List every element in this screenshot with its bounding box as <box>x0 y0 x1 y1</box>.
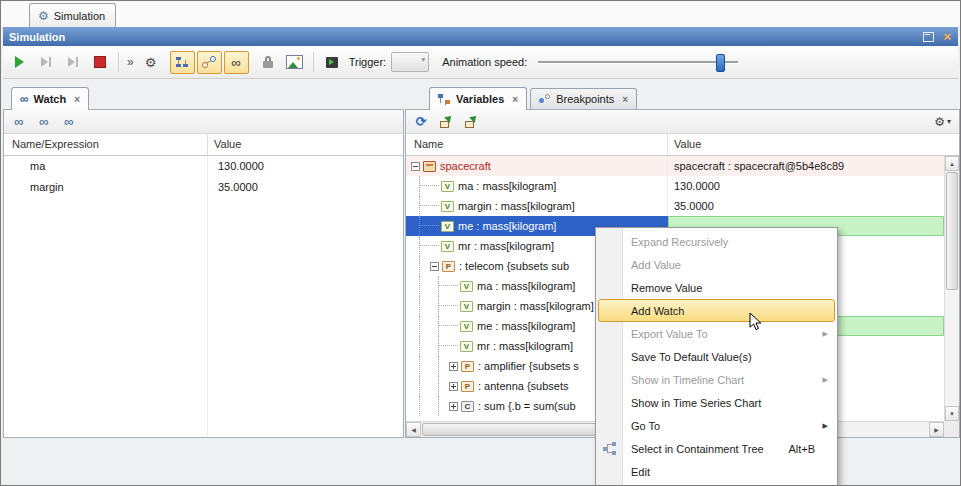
menu-item-expand-recursively[interactable]: Expand Recursively <box>598 230 835 253</box>
watch-add-value-button[interactable]: ∞ <box>33 112 55 132</box>
tab-watch[interactable]: ∞ Watch × <box>11 87 89 110</box>
slider-track <box>538 61 738 63</box>
tree-guide <box>410 256 429 276</box>
slider-handle[interactable] <box>716 54 725 72</box>
export-image-button[interactable] <box>283 50 307 74</box>
float-window-icon[interactable] <box>923 32 934 42</box>
watch-row-name: ma <box>4 156 208 177</box>
tree-guide <box>410 196 429 216</box>
variables-settings-button[interactable]: ⚙ ▾ <box>934 116 951 128</box>
gear-icon: ⚙ <box>145 56 157 69</box>
variables-column-name: Name <box>406 134 668 155</box>
scroll-up-icon[interactable]: ▲ <box>945 156 959 171</box>
stop-button[interactable] <box>88 50 112 74</box>
trigger-select[interactable]: ▾ <box>391 52 429 72</box>
simulation-options-button[interactable]: ⚙ <box>139 50 163 74</box>
export-value-button-1[interactable] <box>435 112 457 132</box>
constraint-icon: C <box>461 401 474 412</box>
scroll-down-icon[interactable]: ▼ <box>945 406 959 421</box>
menu-item-go-to[interactable]: Go To▶ <box>598 414 835 437</box>
watch-row[interactable]: ma130.0000 <box>4 156 403 177</box>
watch-tab-close-icon[interactable]: × <box>74 94 80 105</box>
collapse-icon[interactable] <box>411 162 420 171</box>
menu-item-show-in-timeline-chart[interactable]: Show in Timeline Chart▶ <box>598 368 835 391</box>
lock-button[interactable] <box>256 50 280 74</box>
submenu-arrow-icon: ▶ <box>823 376 828 384</box>
toolbar-overflow-chevron[interactable]: » <box>125 55 136 69</box>
value-icon: V <box>441 201 454 212</box>
expand-icon[interactable] <box>449 382 458 391</box>
tree-guide <box>410 236 429 256</box>
collapse-icon[interactable] <box>430 262 439 271</box>
variables-tab-close-icon[interactable]: × <box>512 94 518 105</box>
watch-remove-button[interactable]: ∞ <box>58 112 80 132</box>
menu-item-remove-value[interactable]: Remove Value <box>598 276 835 299</box>
tree-connector <box>448 316 460 336</box>
close-window-icon[interactable]: × <box>943 30 951 43</box>
tree-guide <box>429 396 448 416</box>
part-icon: P <box>461 361 474 372</box>
expand-icon[interactable] <box>449 402 458 411</box>
value-icon: V <box>460 281 473 292</box>
context-menu: Expand RecursivelyAdd ValueRemove ValueA… <box>595 227 838 486</box>
trigger-button[interactable] <box>320 50 344 74</box>
tree-row-name: spacecraft <box>406 156 668 176</box>
tree-guide <box>410 216 429 236</box>
scroll-left-icon[interactable]: ◀ <box>406 422 421 437</box>
graph-view-toggle[interactable] <box>197 51 222 74</box>
watch-row-name: margin <box>4 177 208 198</box>
trigger-icon <box>326 57 338 68</box>
play-button[interactable] <box>7 50 31 74</box>
vertical-scrollbar[interactable]: ▲ ▼ <box>944 156 959 421</box>
breakpoints-tab-close-icon[interactable]: × <box>622 94 628 105</box>
tree-row[interactable]: Vma : mass[kilogram]130.0000 <box>406 176 944 196</box>
menu-item-add-value[interactable]: Add Value <box>598 253 835 276</box>
submenu-arrow-icon: ▶ <box>823 330 828 338</box>
variables-table-header: Name Value <box>406 134 959 156</box>
tree-guide <box>410 396 429 416</box>
watch-add-expression-button[interactable]: ∞ <box>8 112 30 132</box>
menu-item-label: Remove Value <box>631 282 702 294</box>
tree-connector <box>448 296 460 316</box>
menu-item-select-in-containment-tree[interactable]: Select in Containment TreeAlt+B <box>598 437 835 460</box>
scroll-right-icon[interactable]: ▶ <box>929 422 944 437</box>
app-tab-strip: ⚙ Simulation <box>1 1 960 27</box>
hierarchy-icon <box>175 56 189 68</box>
tree-guide <box>429 356 448 376</box>
tree-connector <box>448 336 460 356</box>
tab-breakpoints[interactable]: Breakpoints × <box>530 88 637 109</box>
tree-guide <box>410 376 429 396</box>
refresh-button[interactable]: ⟳ <box>410 112 432 132</box>
watch-row-value: 35.0000 <box>208 177 403 198</box>
simulation-gear-icon: ⚙ <box>38 10 49 22</box>
menu-item-label: Show in Time Series Chart <box>631 397 761 409</box>
menu-item-export-value-to[interactable]: Export Value To▶ <box>598 322 835 345</box>
toolbar-separator <box>313 52 314 72</box>
tree-guide <box>429 276 448 296</box>
menu-item-save-to-default-value-s[interactable]: Save To Default Value(s) <box>598 345 835 368</box>
value-icon: V <box>441 181 454 192</box>
tree-guide <box>410 296 429 316</box>
expand-icon[interactable] <box>449 362 458 371</box>
value-icon: V <box>460 301 473 312</box>
step-button-2[interactable] <box>61 50 85 74</box>
tree-row[interactable]: Vmargin : mass[kilogram]35.0000 <box>406 196 944 216</box>
menu-item-label: Show in Timeline Chart <box>631 374 744 386</box>
app-tab-simulation[interactable]: ⚙ Simulation <box>29 3 116 27</box>
tree-row[interactable]: spacecraftspacecraft : spacecraft@5b4e8c… <box>406 156 944 176</box>
menu-item-add-watch[interactable]: Add Watch <box>598 299 835 322</box>
tab-variables[interactable]: Variables × <box>429 87 527 110</box>
tree-guide <box>429 296 448 316</box>
tree-node-label: me : mass[kilogram] <box>477 320 581 332</box>
tree-node-label: : amplifier {subsets s <box>478 360 585 372</box>
step-button-1[interactable] <box>34 50 58 74</box>
menu-item-edit[interactable]: Edit <box>598 460 835 483</box>
export-value-button-2[interactable] <box>460 112 482 132</box>
vertical-scrollbar-thumb[interactable] <box>946 172 958 290</box>
watch-view-toggle[interactable]: ∞ <box>224 51 249 74</box>
watch-infinity-icon: ∞ <box>20 93 29 105</box>
tree-view-toggle[interactable] <box>170 51 195 74</box>
watch-row[interactable]: margin35.0000 <box>4 177 403 198</box>
menu-item-show-in-time-series-chart[interactable]: Show in Time Series Chart <box>598 391 835 414</box>
animation-speed-slider[interactable] <box>538 51 738 73</box>
